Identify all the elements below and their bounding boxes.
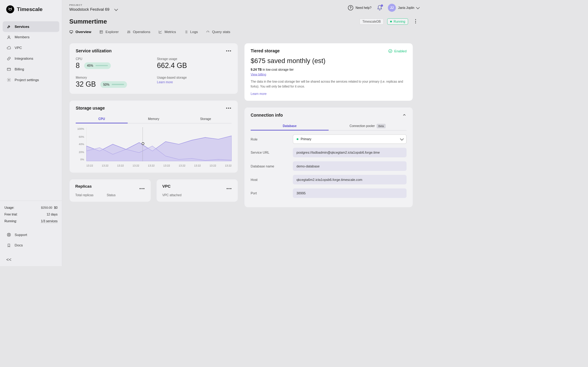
need-help-button[interactable]: ? Need help?: [348, 5, 371, 10]
tab-query-stats[interactable]: Query stats: [206, 28, 230, 37]
notifications-button[interactable]: [377, 5, 383, 11]
conn-tab-pooler[interactable]: Connection poolerBeta: [329, 122, 406, 130]
memory-label: Memory: [76, 76, 150, 80]
x-tick: 13:22: [225, 164, 232, 167]
page-actions-menu[interactable]: ⋮: [412, 19, 419, 24]
tier-learn-more-link[interactable]: Learn more: [251, 92, 407, 95]
vpc-card: VPC ••• VPC attached: [156, 179, 238, 202]
gear-icon: [7, 78, 11, 82]
tab-logs[interactable]: Logs: [184, 28, 198, 37]
running-value[interactable]: 1/3 services: [41, 219, 58, 223]
page-tabs: Overview Explorer Operations Metrics Log…: [69, 28, 419, 38]
card-menu[interactable]: •••: [226, 49, 232, 53]
chart-tabs: CPU Memory Storage: [76, 114, 232, 123]
sidebar-item-project-settings[interactable]: Project settings: [3, 75, 59, 85]
gauge-icon: [206, 30, 210, 34]
tab-explorer[interactable]: Explorer: [99, 28, 119, 37]
y-tick: 60%: [76, 135, 84, 138]
sidebar-item-vpc[interactable]: VPC: [3, 43, 59, 53]
tab-overview[interactable]: Overview: [69, 28, 91, 37]
table-icon: [99, 30, 103, 34]
tab-operations[interactable]: Operations: [127, 28, 150, 37]
host-label: Host: [251, 178, 288, 182]
port-value[interactable]: 38995: [293, 189, 406, 198]
trial-value: 12 days: [47, 213, 58, 216]
status-text: Running: [394, 20, 405, 24]
view-billing-link[interactable]: View billing: [251, 73, 407, 76]
tab-label: Logs: [190, 30, 198, 34]
role-select[interactable]: Primary: [293, 135, 406, 144]
brand-logomark: [6, 5, 14, 13]
sidebar-item-label: Members: [15, 35, 29, 39]
memory-pct-pill: 50%: [100, 81, 127, 88]
x-tick: 13:22: [86, 164, 93, 167]
tab-label: Explorer: [105, 30, 119, 34]
database-name-value[interactable]: demo-database: [293, 161, 406, 171]
sidebar-item-label: Docs: [15, 243, 23, 247]
usage-summary: Usage: $250.00 $0 Free trial: 12 days Ru…: [0, 200, 62, 228]
sidebar-item-members[interactable]: Members: [3, 32, 59, 43]
sidebar-item-support[interactable]: Support: [3, 230, 59, 240]
sidebar-item-services[interactable]: Services: [3, 21, 59, 32]
sidebar-item-docs[interactable]: Docs: [3, 240, 59, 251]
card-menu[interactable]: •••: [226, 106, 232, 110]
ubs-learn-more-link[interactable]: Learn more: [157, 80, 232, 84]
svg-point-2: [8, 79, 9, 81]
content: Summertime TimescaleDB Running ⋮ Overvie…: [62, 15, 426, 266]
project-label: PROJECT: [69, 4, 343, 6]
svg-point-4: [8, 234, 10, 236]
chart-tab-storage[interactable]: Storage: [180, 114, 232, 123]
chart-line-icon: [158, 30, 162, 34]
svg-rect-5: [70, 31, 73, 33]
card-menu[interactable]: •••: [227, 186, 232, 191]
role-label: Role: [251, 137, 288, 141]
chart-tab-cpu[interactable]: CPU: [76, 114, 128, 123]
sidebar: Timescale Services Members VPC Integrati…: [0, 0, 62, 266]
x-tick: 13:22: [133, 164, 139, 167]
tab-metrics[interactable]: Metrics: [158, 28, 176, 37]
card-menu[interactable]: •••: [139, 186, 145, 191]
running-label: Running:: [5, 219, 17, 223]
conn-tab-database[interactable]: Database: [251, 122, 329, 130]
tier-note: The data in the low-cost storage tier wi…: [251, 79, 407, 89]
service-url-label: Service URL: [251, 151, 288, 155]
usage-value: $0: [54, 206, 57, 210]
cloud-icon: [7, 46, 11, 50]
check-circle-icon: [388, 49, 393, 54]
tab-label: Overview: [76, 30, 92, 34]
topbar: PROJECT Woodstock Festival 69 ? Need hel…: [62, 0, 426, 15]
sidebar-item-billing[interactable]: Billing: [3, 64, 59, 75]
x-tick: 13:22: [163, 164, 170, 167]
service-url-value[interactable]: postgres://tsdbadmin@qkcegtam2.icta1opsb…: [293, 148, 406, 157]
project-name: Woodstock Festival 69: [69, 7, 109, 12]
y-tick: 0%: [76, 158, 84, 161]
card-title: Service utilization: [76, 49, 226, 54]
sidebar-item-label: Project settings: [15, 78, 39, 82]
usage-label: Usage:: [5, 206, 14, 210]
lifebuoy-icon: [7, 233, 11, 237]
link-icon: [7, 56, 11, 61]
storage-label: Storage usage: [157, 57, 232, 61]
collapse-card-button[interactable]: [402, 113, 407, 118]
sidebar-item-integrations[interactable]: Integrations: [3, 53, 59, 64]
role-value: Primary: [301, 137, 311, 141]
primary-nav: Services Members VPC Integrations Billin…: [0, 20, 62, 201]
notification-badge: [381, 4, 383, 6]
sliders-icon: [127, 30, 131, 34]
status-dot: [390, 21, 392, 22]
chart-tab-memory[interactable]: Memory: [128, 114, 180, 123]
project-selector[interactable]: PROJECT Woodstock Festival 69: [69, 4, 343, 12]
chevron-down-icon: [416, 6, 420, 9]
tab-label: Operations: [133, 30, 150, 34]
card-icon: [7, 67, 11, 72]
host-value[interactable]: qkcegta6m2.icta1opsb6.forge.timescale.co…: [293, 175, 406, 185]
collapse-sidebar-button[interactable]: <<: [0, 253, 62, 266]
main: PROJECT Woodstock Festival 69 ? Need hel…: [62, 0, 426, 266]
replicas-card: Replicas ••• Total replicas Status: [69, 179, 151, 202]
user-menu[interactable]: JJ Janis Joplin: [388, 4, 419, 12]
x-tick: 13:22: [102, 164, 108, 167]
brand-logo[interactable]: Timescale: [0, 0, 62, 20]
svg-rect-6: [100, 31, 103, 33]
sidebar-item-label: Support: [15, 233, 27, 237]
tab-label: Query stats: [212, 30, 230, 34]
